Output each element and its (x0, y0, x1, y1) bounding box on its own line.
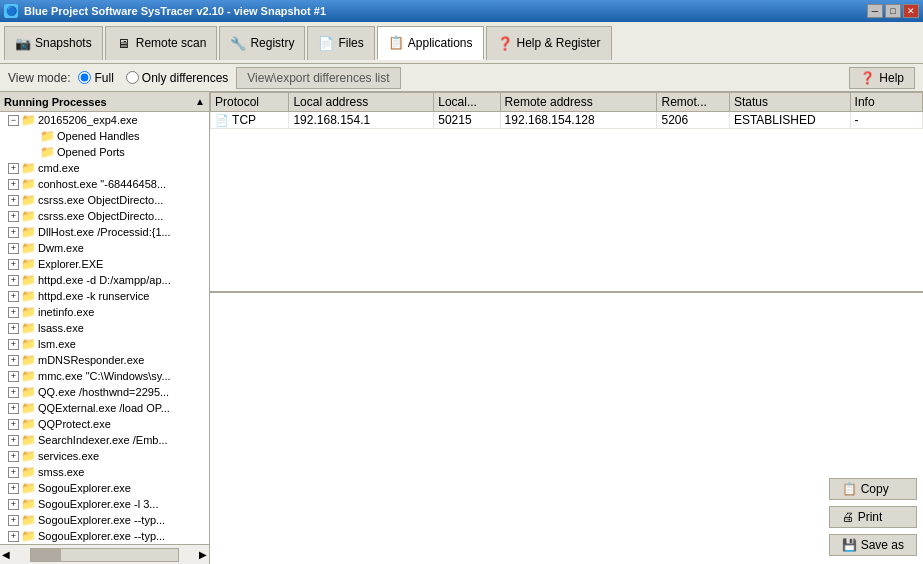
process-icon: 📁 (21, 321, 36, 335)
tab-snapshots[interactable]: 📷 Snapshots (4, 26, 103, 60)
col-status[interactable]: Status (729, 93, 850, 112)
tree-item[interactable]: + 📁 QQ.exe /hosthwnd=2295... (0, 384, 209, 400)
col-info[interactable]: Info (850, 93, 922, 112)
col-remote-addr[interactable]: Remote address (500, 93, 657, 112)
tree-item[interactable]: + 📁 QQProtect.exe (0, 416, 209, 432)
process-icon: 📁 (21, 193, 36, 207)
tree-item[interactable]: + 📁 Dwm.exe (0, 240, 209, 256)
expand-icon[interactable]: + (8, 371, 19, 382)
tree-header: Running Processes ▲ (0, 92, 209, 112)
expand-icon[interactable]: + (8, 195, 19, 206)
tree-item[interactable]: + 📁 csrss.exe ObjectDirecto... (0, 192, 209, 208)
tree-item[interactable]: + 📁 lsm.exe (0, 336, 209, 352)
tree-item[interactable]: 📁 Opened Handles (0, 128, 209, 144)
expand-icon[interactable]: + (8, 499, 19, 510)
tree-item[interactable]: + 📁 csrss.exe ObjectDirecto... (0, 208, 209, 224)
tree-item-label: httpd.exe -d D:/xampp/ap... (38, 274, 171, 286)
tree-item[interactable]: + 📁 httpd.exe -d D:/xampp/ap... (0, 272, 209, 288)
table-row[interactable]: 📄 TCP 192.168.154.1 50215 192.168.154.12… (211, 112, 923, 129)
close-button[interactable]: ✕ (903, 4, 919, 18)
col-local-port[interactable]: Local... (434, 93, 500, 112)
tab-files[interactable]: 📄 Files (307, 26, 374, 60)
tree-item[interactable]: + 📁 QQExternal.exe /load OP... (0, 400, 209, 416)
print-label: Print (858, 510, 883, 524)
print-button[interactable]: 🖨 Print (829, 506, 917, 528)
expand-icon[interactable]: + (8, 403, 19, 414)
tree-item[interactable]: + 📁 DllHost.exe /Processid:{1... (0, 224, 209, 240)
tree-item[interactable]: + 📁 Explorer.EXE (0, 256, 209, 272)
hscroll-track[interactable] (30, 548, 179, 562)
viewmode-full-option[interactable]: Full (78, 71, 113, 85)
right-panel: Protocol Local address Local... Remote a… (210, 92, 923, 564)
tree-item[interactable]: + 📁 SogouExplorer.exe -l 3... (0, 496, 209, 512)
expand-icon[interactable]: + (8, 259, 19, 270)
tree-item[interactable]: + 📁 lsass.exe (0, 320, 209, 336)
tree-item[interactable]: + 📁 inetinfo.exe (0, 304, 209, 320)
expand-icon[interactable]: + (8, 227, 19, 238)
expand-icon[interactable]: + (8, 451, 19, 462)
viewmode-diff-option[interactable]: Only differences (126, 71, 229, 85)
expand-icon[interactable]: + (8, 339, 19, 350)
cell-protocol: 📄 TCP (211, 112, 289, 129)
expand-icon[interactable]: + (8, 515, 19, 526)
col-remote-port[interactable]: Remot... (657, 93, 729, 112)
view-export-button[interactable]: View\export differences list (236, 67, 400, 89)
minimize-button[interactable]: ─ (867, 4, 883, 18)
expand-icon[interactable]: + (8, 275, 19, 286)
viewmode-label: View mode: (8, 71, 70, 85)
expand-icon[interactable]: + (8, 387, 19, 398)
tree-scroll-up[interactable]: ▲ (195, 96, 205, 107)
window-controls: ─ □ ✕ (867, 4, 919, 18)
copy-icon: 📋 (842, 482, 857, 496)
tab-applications[interactable]: 📋 Applications (377, 26, 484, 60)
expand-icon[interactable]: + (8, 211, 19, 222)
tree-body[interactable]: − 📁 20165206_exp4.exe 📁 Opened Handles 📁… (0, 112, 209, 544)
expand-icon[interactable]: + (8, 355, 19, 366)
viewmode-full-radio[interactable] (78, 71, 91, 84)
col-local-addr[interactable]: Local address (289, 93, 434, 112)
tab-remote-scan[interactable]: 🖥 Remote scan (105, 26, 218, 60)
help-label: Help (879, 71, 904, 85)
maximize-button[interactable]: □ (885, 4, 901, 18)
hscroll-thumb[interactable] (31, 549, 61, 561)
expand-icon[interactable]: + (8, 291, 19, 302)
snapshots-icon: 📷 (15, 35, 31, 51)
tab-help-register[interactable]: ❓ Help & Register (486, 26, 612, 60)
copy-button[interactable]: 📋 Copy (829, 478, 917, 500)
tree-item[interactable]: + 📁 mDNSResponder.exe (0, 352, 209, 368)
folder-icon: 📁 (40, 129, 55, 143)
expand-icon[interactable]: + (8, 307, 19, 318)
tree-item[interactable]: − 📁 20165206_exp4.exe (0, 112, 209, 128)
expand-icon[interactable]: + (8, 483, 19, 494)
tree-item[interactable]: + 📁 mmc.exe "C:\Windows\sy... (0, 368, 209, 384)
tab-registry[interactable]: 🔧 Registry (219, 26, 305, 60)
expand-icon[interactable]: + (8, 163, 19, 174)
expand-icon[interactable]: + (8, 179, 19, 190)
tree-item[interactable]: + 📁 smss.exe (0, 464, 209, 480)
expand-icon[interactable]: + (8, 323, 19, 334)
col-protocol[interactable]: Protocol (211, 93, 289, 112)
expand-icon[interactable]: + (8, 435, 19, 446)
tree-item-label: Explorer.EXE (38, 258, 103, 270)
table-area[interactable]: Protocol Local address Local... Remote a… (210, 92, 923, 292)
viewmode-diff-radio[interactable] (126, 71, 139, 84)
help-button[interactable]: ❓ Help (849, 67, 915, 89)
hscroll-left-btn[interactable]: ◀ (0, 549, 12, 560)
tree-item-label: SogouExplorer.exe --typ... (38, 530, 165, 542)
expand-icon[interactable]: + (8, 243, 19, 254)
expand-icon[interactable]: + (8, 531, 19, 542)
tree-item[interactable]: + 📁 SogouExplorer.exe --typ... (0, 512, 209, 528)
hscroll-right-btn[interactable]: ▶ (197, 549, 209, 560)
expand-icon[interactable]: + (8, 419, 19, 430)
tree-item[interactable]: + 📁 services.exe (0, 448, 209, 464)
tree-item[interactable]: + 📁 SogouExplorer.exe (0, 480, 209, 496)
tree-item[interactable]: + 📁 cmd.exe (0, 160, 209, 176)
save-as-button[interactable]: 💾 Save as (829, 534, 917, 556)
tree-item[interactable]: + 📁 SogouExplorer.exe --typ... (0, 528, 209, 544)
expand-icon[interactable]: + (8, 467, 19, 478)
tree-item[interactable]: + 📁 SearchIndexer.exe /Emb... (0, 432, 209, 448)
expand-icon[interactable]: − (8, 115, 19, 126)
tree-item[interactable]: + 📁 httpd.exe -k runservice (0, 288, 209, 304)
tree-item[interactable]: 📁 Opened Ports (0, 144, 209, 160)
tree-item[interactable]: + 📁 conhost.exe "-68446458... (0, 176, 209, 192)
